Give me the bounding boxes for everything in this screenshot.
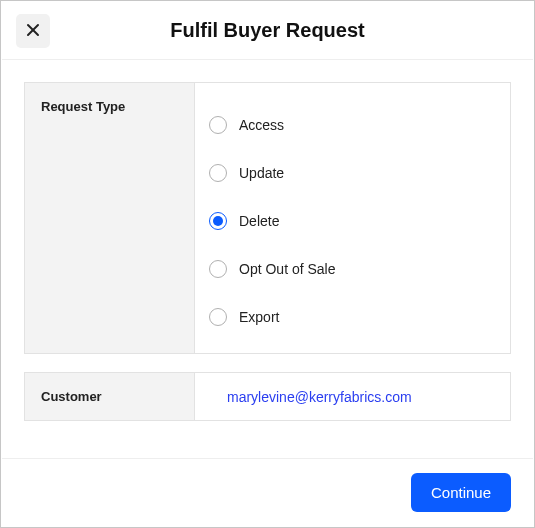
request-type-option-label: Opt Out of Sale: [239, 261, 336, 277]
modal-header: Fulfil Buyer Request: [2, 2, 533, 60]
request-type-label-cell: Request Type: [25, 83, 195, 353]
modal-footer: Continue: [2, 458, 533, 526]
request-type-option-label: Update: [239, 165, 284, 181]
continue-button[interactable]: Continue: [411, 473, 511, 512]
request-type-option-label: Delete: [239, 213, 279, 229]
customer-value-cell: marylevine@kerryfabrics.com: [195, 373, 510, 420]
customer-label: Customer: [41, 389, 178, 404]
request-type-option[interactable]: Opt Out of Sale: [209, 245, 496, 293]
customer-email-link[interactable]: marylevine@kerryfabrics.com: [227, 389, 412, 405]
radio-icon: [209, 260, 227, 278]
request-type-option-label: Access: [239, 117, 284, 133]
radio-icon: [209, 308, 227, 326]
modal-body: Request Type AccessUpdateDeleteOpt Out o…: [2, 60, 533, 458]
request-type-option[interactable]: Export: [209, 293, 496, 341]
radio-icon: [209, 164, 227, 182]
radio-icon: [209, 212, 227, 230]
request-type-option[interactable]: Update: [209, 149, 496, 197]
customer-panel: Customer marylevine@kerryfabrics.com: [24, 372, 511, 421]
close-icon: [26, 21, 40, 42]
request-type-option-label: Export: [239, 309, 279, 325]
customer-label-cell: Customer: [25, 373, 195, 420]
request-type-option[interactable]: Access: [209, 101, 496, 149]
request-type-options: AccessUpdateDeleteOpt Out of SaleExport: [195, 83, 510, 353]
modal-title: Fulfil Buyer Request: [170, 19, 364, 42]
request-type-panel: Request Type AccessUpdateDeleteOpt Out o…: [24, 82, 511, 354]
request-type-option[interactable]: Delete: [209, 197, 496, 245]
fulfil-buyer-request-modal: Fulfil Buyer Request Request Type Access…: [2, 2, 533, 526]
request-type-label: Request Type: [41, 99, 178, 114]
radio-icon: [209, 116, 227, 134]
close-button[interactable]: [16, 14, 50, 48]
